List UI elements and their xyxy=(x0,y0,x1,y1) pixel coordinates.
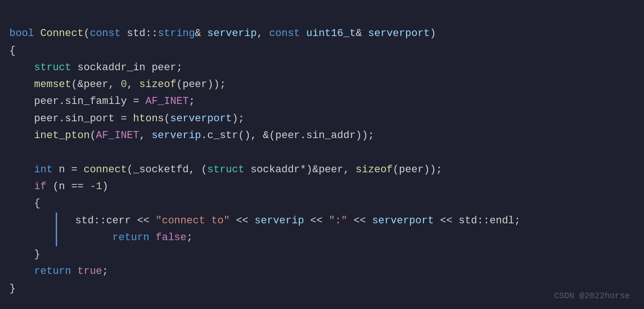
token-string-literal: "connect to" xyxy=(155,215,229,227)
token-af-inet2: AF_INET xyxy=(96,130,139,141)
token-string-type: string xyxy=(158,28,195,39)
token-serverport2: serverport xyxy=(170,113,232,125)
token-serverport3: serverport xyxy=(372,215,434,227)
token-colon-str: ":" xyxy=(329,215,348,227)
token-inet-pton: inet_pton xyxy=(34,130,90,141)
watermark-text: CSDN @2022horse xyxy=(554,291,630,301)
token-sizeof1: sizeof xyxy=(139,79,176,90)
token-struct2: struct xyxy=(207,164,244,176)
token-htons: htons xyxy=(133,113,164,125)
code-block: bool Connect(const std::string& serverip… xyxy=(0,5,644,309)
token-const2: const xyxy=(269,28,300,39)
token-true: true xyxy=(77,265,102,277)
token-memset: memset xyxy=(34,79,71,90)
token-connect-call: connect xyxy=(83,164,126,176)
token-serverip2: serverip xyxy=(152,130,201,141)
token-false: false xyxy=(155,232,186,243)
token-serverip-param: serverip xyxy=(207,28,257,39)
token-sizeof2: sizeof xyxy=(355,164,392,176)
token-const1: const xyxy=(90,28,121,39)
token-neg1: -1 xyxy=(90,181,102,192)
code-container: bool Connect(const std::string& serverip… xyxy=(0,0,644,309)
token-serverip3: serverip xyxy=(255,215,304,227)
token-bool: bool xyxy=(9,28,34,39)
token-return-true: return xyxy=(34,265,71,277)
token-return-false: return xyxy=(112,232,149,243)
token-af-inet1: AF_INET xyxy=(145,96,188,107)
token-serverport-param: serverport xyxy=(368,28,430,39)
token-struct1: struct xyxy=(34,62,71,74)
token-if: if xyxy=(9,181,46,192)
token-connect-fn: Connect xyxy=(40,28,83,39)
token-uint16: uint16_t xyxy=(306,28,356,39)
token-zero: 0 xyxy=(121,79,127,90)
token-int-kw: int xyxy=(9,164,52,176)
